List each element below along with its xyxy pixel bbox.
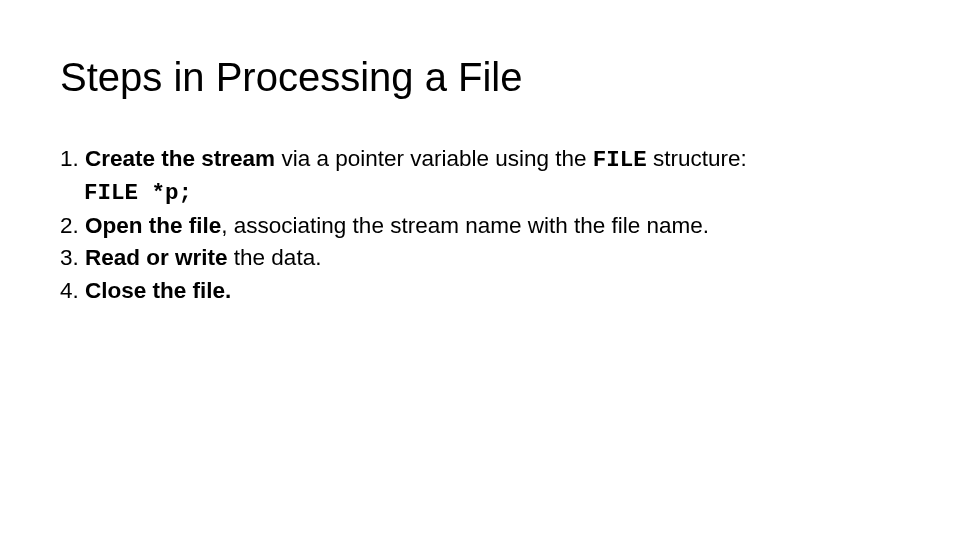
step-1-number: 1.	[60, 146, 85, 171]
step-3-text: the data.	[228, 245, 322, 270]
step-3-number: 3.	[60, 245, 85, 270]
step-2-number: 2.	[60, 213, 85, 238]
step-1-text-b: structure:	[647, 146, 747, 171]
step-4-number: 4.	[60, 278, 85, 303]
code-file-pointer: FILE *p;	[84, 180, 192, 206]
step-1-code-line: FILE *p;	[84, 177, 900, 208]
step-2: 2. Open the file, associating the stream…	[60, 211, 900, 241]
step-4-bold: Close the file.	[85, 278, 231, 303]
step-1: 1. Create the stream via a pointer varia…	[60, 144, 900, 175]
step-3: 3. Read or write the data.	[60, 243, 900, 273]
slide: Steps in Processing a File 1. Create the…	[0, 0, 960, 540]
step-1-bold: Create the stream	[85, 146, 275, 171]
step-2-bold: Open the file	[85, 213, 221, 238]
step-3-bold: Read or write	[85, 245, 228, 270]
step-1-code-inline: FILE	[593, 147, 647, 173]
step-1-text-a: via a pointer variable using the	[275, 146, 593, 171]
slide-body: 1. Create the stream via a pointer varia…	[60, 144, 900, 306]
step-4: 4. Close the file.	[60, 276, 900, 306]
step-2-text: , associating the stream name with the f…	[221, 213, 709, 238]
slide-title: Steps in Processing a File	[60, 55, 900, 99]
